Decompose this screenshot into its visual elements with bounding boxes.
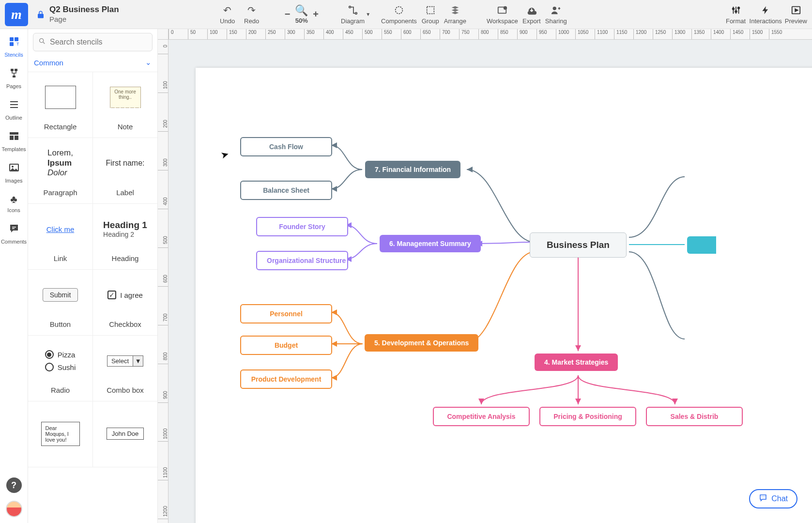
stencil-combobox[interactable]: Select▼ Combo box — [93, 336, 157, 401]
node-root[interactable]: Business Plan — [530, 232, 627, 258]
export-button[interactable]: Export — [521, 4, 542, 25]
stencil-category-common[interactable]: Common ⌄ — [28, 55, 157, 72]
redo-icon: ↷ — [247, 4, 256, 16]
components-button[interactable]: Components — [381, 4, 417, 25]
rail-templates[interactable]: Templates — [0, 126, 28, 157]
outline-icon — [8, 99, 20, 113]
sharing-icon — [551, 4, 561, 16]
stencil-heading[interactable]: Heading 1Heading 2 Heading — [93, 204, 157, 269]
node-sales[interactable]: Sales & Distrib — [646, 407, 743, 426]
zoom-out-button[interactable]: − — [283, 9, 292, 20]
node-right-partial[interactable] — [687, 236, 716, 254]
stencil-textinput[interactable]: John Doe — [93, 401, 157, 467]
diagram-button[interactable]: Diagram — [341, 4, 365, 25]
rail-stencils[interactable]: T Stencils — [0, 32, 28, 62]
interactions-button[interactable]: Interactions — [750, 4, 782, 25]
app-logo[interactable]: m — [5, 3, 28, 26]
stencil-radio[interactable]: PizzaSushi Radio — [28, 336, 93, 401]
comments-icon — [8, 223, 20, 237]
help-button[interactable]: ? — [6, 477, 22, 493]
svg-rect-12 — [15, 37, 18, 41]
document-title: Q2 Business Plan — [49, 5, 119, 15]
node-financial[interactable]: 7. Financial Information — [365, 161, 460, 178]
stencil-link[interactable]: Click me Link — [28, 204, 93, 269]
document-subtitle: Page — [49, 15, 119, 24]
images-icon — [8, 162, 20, 176]
preview-icon — [791, 4, 801, 16]
chevron-down-icon[interactable]: ▼ — [366, 12, 370, 17]
group-button[interactable]: Group — [420, 4, 441, 25]
rail-images[interactable]: Images — [0, 158, 28, 188]
icons-icon: ♣ — [10, 193, 17, 206]
svg-rect-17 — [13, 76, 15, 77]
undo-button[interactable]: ↶ Undo — [217, 4, 238, 25]
stencil-speech[interactable]: Dear Moqups, I love you! — [28, 401, 93, 467]
lock-icon[interactable] — [35, 9, 46, 20]
format-button[interactable]: Format — [725, 4, 747, 25]
redo-button[interactable]: ↷ Redo — [241, 4, 262, 25]
interactions-icon — [761, 4, 770, 16]
components-icon — [394, 4, 404, 16]
zoom-icon[interactable]: 🔍 — [295, 4, 308, 17]
top-toolbar: m Q2 Business Plan Page ↶ Undo ↷ Redo − … — [0, 0, 812, 29]
svg-point-1 — [355, 12, 357, 14]
ruler-horizontal: 0501001502002503003504004505005506006507… — [169, 29, 812, 40]
svg-point-8 — [735, 10, 737, 12]
node-budget[interactable]: Budget — [240, 336, 332, 355]
pages-icon — [8, 67, 20, 82]
canvas-area[interactable]: 0501001502002503003504004505005506006507… — [158, 29, 812, 523]
node-mgmt[interactable]: 6. Management Summary — [380, 235, 481, 252]
group-icon — [425, 4, 436, 16]
workspace-icon — [496, 4, 508, 16]
arrange-button[interactable]: Arrange — [444, 4, 466, 25]
format-icon — [731, 4, 741, 16]
node-proddev[interactable]: Product Development — [240, 369, 332, 389]
sharing-button[interactable]: Sharing — [545, 4, 567, 25]
stencil-search-input[interactable] — [50, 38, 147, 46]
ruler-vertical: 0100200300400500600700800900100011001200 — [158, 40, 169, 523]
stencil-label[interactable]: First name: Label — [93, 138, 157, 203]
node-price[interactable]: Pricing & Positioning — [539, 407, 636, 426]
arrange-icon — [450, 4, 460, 16]
node-balance[interactable]: Balance Sheet — [240, 181, 332, 200]
diagram-icon — [348, 4, 358, 16]
stencil-note[interactable]: One more thing.. Note — [93, 72, 157, 138]
chat-button[interactable]: Chat — [749, 489, 797, 508]
rail-comments[interactable]: Comments — [0, 219, 28, 249]
ruler-corner — [158, 29, 169, 40]
node-devops[interactable]: 5. Development & Operations — [365, 334, 478, 352]
zoom-value[interactable]: 50% — [295, 17, 308, 24]
stencil-button[interactable]: Submit Button — [28, 270, 93, 335]
zoom-in-button[interactable]: + — [311, 9, 321, 20]
chevron-down-icon: ⌄ — [145, 58, 152, 67]
svg-point-6 — [553, 6, 556, 10]
node-org[interactable]: Organizational Structure — [256, 251, 348, 270]
svg-point-7 — [732, 8, 734, 10]
preview-button[interactable]: Preview — [785, 4, 807, 25]
svg-rect-15 — [11, 69, 14, 71]
node-founder[interactable]: Founder Story — [256, 217, 348, 236]
canvas-page[interactable]: Business Plan 7. Financial Information C… — [196, 68, 812, 523]
workspace-button[interactable]: Workspace — [487, 4, 518, 25]
undo-icon: ↶ — [223, 4, 231, 16]
svg-point-5 — [504, 6, 507, 9]
node-market[interactable]: 4. Market Strategies — [535, 354, 618, 371]
stencil-rectangle[interactable]: Rectangle — [28, 72, 93, 138]
stencils-icon: T — [8, 36, 20, 50]
chat-icon — [759, 493, 767, 504]
stencil-checkbox[interactable]: ✓I agree Checkbox — [93, 270, 157, 335]
svg-rect-16 — [15, 69, 17, 71]
stencil-paragraph[interactable]: Lorem,IpsumDolor Paragraph — [28, 138, 93, 203]
rail-icons[interactable]: ♣ Icons — [0, 189, 28, 218]
node-comp[interactable]: Competitive Analysis — [433, 407, 530, 426]
svg-point-9 — [737, 7, 739, 9]
svg-rect-3 — [427, 6, 434, 14]
rail-pages[interactable]: Pages — [0, 63, 28, 94]
node-personnel[interactable]: Personnel — [240, 304, 332, 323]
svg-rect-20 — [15, 136, 18, 140]
node-cashflow[interactable]: Cash Flow — [240, 137, 332, 156]
stencil-search[interactable] — [33, 33, 153, 51]
user-avatar[interactable] — [6, 501, 22, 517]
rail-outline[interactable]: Outline — [0, 95, 28, 125]
document-title-block[interactable]: Q2 Business Plan Page — [49, 5, 119, 23]
